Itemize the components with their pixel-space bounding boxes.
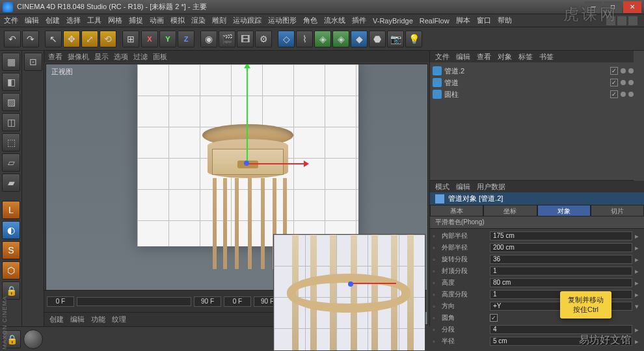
- deformer-tool[interactable]: ◆: [351, 31, 368, 47]
- mat-tab-create[interactable]: 创建: [49, 315, 64, 324]
- menu-edit[interactable]: 编辑: [25, 16, 39, 25]
- mat-tab-texture[interactable]: 纹理: [112, 315, 126, 324]
- fillet-segments-field[interactable]: 4: [490, 325, 632, 334]
- gizmo-center[interactable]: [348, 281, 353, 287]
- visibility-toggle[interactable]: ✓: [610, 79, 618, 86]
- viewport-solo[interactable]: ◐: [2, 221, 20, 239]
- axis-z-toggle[interactable]: Z: [178, 31, 195, 47]
- menu-pipe[interactable]: 流水线: [324, 16, 345, 25]
- material-manager[interactable]: 🔒: [0, 326, 273, 351]
- obj-tab-view[interactable]: 查看: [477, 52, 491, 62]
- menu-tools[interactable]: 工具: [87, 16, 101, 25]
- close-button[interactable]: ✕: [623, 1, 641, 13]
- move-tool[interactable]: ✥: [63, 31, 80, 47]
- layout-icon[interactable]: [617, 16, 626, 25]
- layout-icon[interactable]: [606, 16, 615, 25]
- workplane-snap[interactable]: ⬡: [2, 261, 20, 280]
- menu-window[interactable]: 窗口: [477, 16, 491, 25]
- menu-realflow[interactable]: RealFlow: [420, 17, 449, 25]
- menu-script[interactable]: 脚本: [456, 16, 470, 25]
- axis-y-toggle[interactable]: Y: [159, 31, 176, 47]
- render-view[interactable]: 🎬: [219, 31, 235, 47]
- right-dock-strip[interactable]: [634, 51, 644, 181]
- snap-toggle[interactable]: S: [2, 241, 20, 259]
- editor-vis-dot[interactable]: [621, 68, 626, 73]
- polygon-mode[interactable]: ▰: [2, 174, 20, 192]
- workplane-mode[interactable]: ◫: [2, 113, 20, 131]
- vp-tab-options[interactable]: 选项: [114, 52, 128, 62]
- attr-tab-slice[interactable]: 切片: [591, 205, 644, 216]
- obj-tab-objects[interactable]: 对象: [498, 52, 512, 62]
- timeline-end[interactable]: 90 F: [194, 296, 221, 307]
- outer-radius-field[interactable]: 200 cm: [490, 243, 632, 252]
- attr-tab-coord[interactable]: 坐标: [483, 205, 537, 216]
- attr-phong-row[interactable]: 平滑着色(Phong): [430, 216, 644, 229]
- layout-icon[interactable]: [628, 16, 637, 25]
- texture-mode[interactable]: ▨: [2, 93, 20, 111]
- menu-vray[interactable]: V-RayBridge: [373, 17, 413, 25]
- vp-tab-view[interactable]: 查看: [48, 52, 62, 62]
- obj-tab-bookmarks[interactable]: 书签: [539, 52, 554, 62]
- mat-tab-func[interactable]: 功能: [91, 315, 105, 324]
- visibility-toggle[interactable]: ✓: [610, 90, 618, 98]
- attr-tab-basic[interactable]: 基本: [430, 205, 483, 216]
- recent-tool[interactable]: ⊞: [122, 31, 139, 47]
- vp-tab-filter[interactable]: 过滤: [133, 52, 148, 62]
- rotate-tool[interactable]: ⟲: [100, 31, 116, 47]
- gizmo-y-axis[interactable]: [247, 67, 248, 164]
- menu-create[interactable]: 创建: [46, 16, 60, 25]
- cap-segments-field[interactable]: 1: [490, 266, 632, 276]
- inner-radius-field[interactable]: 175 cm: [490, 231, 632, 240]
- scale-tool[interactable]: ⤢: [81, 31, 98, 47]
- redo-button[interactable]: ↷: [22, 31, 39, 47]
- timeline-start[interactable]: 0 F: [47, 296, 74, 307]
- menu-mograph[interactable]: 运动图形: [268, 16, 297, 25]
- menu-plugins[interactable]: 插件: [352, 16, 366, 25]
- select-tool[interactable]: ↖: [45, 31, 62, 47]
- generator2-tool[interactable]: ◈: [332, 31, 349, 47]
- object-manager[interactable]: 管道.2 ✓ 管道 ✓ 圆柱 ✓: [430, 62, 644, 180]
- menu-mesh[interactable]: 网格: [108, 16, 122, 25]
- fillet-checkbox[interactable]: [490, 314, 498, 322]
- enable-axis[interactable]: L: [2, 201, 20, 219]
- undo-button[interactable]: ↶: [4, 31, 21, 47]
- menu-sculpt[interactable]: 雕刻: [212, 16, 226, 25]
- light-tool[interactable]: 💡: [405, 31, 422, 47]
- visibility-toggle[interactable]: ✓: [610, 67, 618, 75]
- attr-tab-userdata[interactable]: 用户数据: [477, 182, 505, 192]
- render-settings[interactable]: ⚙: [255, 31, 272, 47]
- generator-tool[interactable]: ◈: [314, 31, 331, 47]
- camera-tool[interactable]: 📷: [387, 31, 404, 47]
- menu-sim[interactable]: 模拟: [170, 16, 185, 25]
- coord-system[interactable]: ◉: [200, 31, 217, 47]
- obj-tab-tags[interactable]: 标签: [518, 52, 533, 62]
- axis-x-toggle[interactable]: X: [141, 31, 158, 47]
- menu-track[interactable]: 运动跟踪: [233, 16, 262, 25]
- fillet-radius-field[interactable]: 5 cm: [490, 337, 632, 346]
- mat-tab-edit[interactable]: 编辑: [70, 315, 85, 324]
- menu-anim[interactable]: 动画: [150, 16, 164, 25]
- make-editable[interactable]: ▦: [2, 53, 20, 71]
- vp-tab-panel[interactable]: 面板: [153, 52, 167, 62]
- vp-tab-camera[interactable]: 摄像机: [68, 52, 89, 62]
- gizmo-x-axis[interactable]: [247, 163, 305, 164]
- model-mode[interactable]: ◧: [2, 73, 20, 91]
- edge-mode[interactable]: ▱: [2, 153, 20, 172]
- timeline-cur-start[interactable]: 0 F: [224, 296, 251, 307]
- material-preview[interactable]: [23, 330, 43, 349]
- primitive-cube[interactable]: ◇: [278, 31, 295, 47]
- spline-tool[interactable]: ⌇: [296, 31, 313, 47]
- attr-tab-object[interactable]: 对象: [537, 205, 591, 216]
- height-field[interactable]: 80 cm: [490, 278, 632, 287]
- menu-snap[interactable]: 捕捉: [129, 16, 143, 25]
- menu-select[interactable]: 选择: [66, 16, 81, 25]
- attr-tab-edit[interactable]: 编辑: [456, 182, 470, 192]
- menu-render[interactable]: 渲染: [191, 16, 206, 25]
- minimize-button[interactable]: ─: [584, 1, 602, 13]
- obj-tab-edit[interactable]: 编辑: [456, 52, 470, 62]
- environment-tool[interactable]: ⬣: [369, 31, 386, 47]
- gizmo-center[interactable]: [244, 161, 249, 166]
- vp-tab-display[interactable]: 显示: [94, 52, 109, 62]
- rotation-segments-field[interactable]: 36: [490, 255, 632, 264]
- obj-tab-file[interactable]: 文件: [435, 52, 449, 62]
